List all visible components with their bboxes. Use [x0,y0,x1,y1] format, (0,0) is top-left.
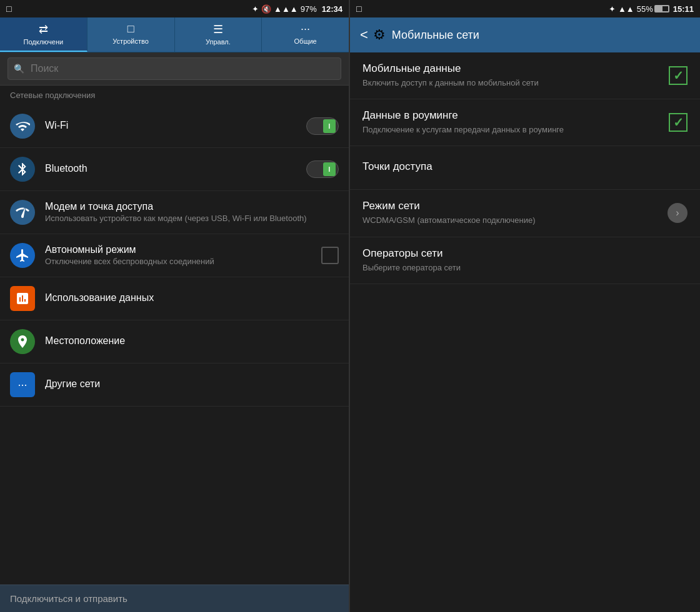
mobile-data-subtitle: Включить доступ к данным по мобильной се… [362,77,669,89]
settings-list: Wi-Fi I Bluetooth I [0,105,349,585]
tab-manage-label: Управл. [206,38,231,46]
bluetooth-text: Bluetooth [45,163,306,175]
airplane-subtitle: Отключение всех беспроводных соединений [45,257,316,267]
network-mode-arrow: › [668,203,688,223]
airplane-checkbox[interactable] [321,247,339,264]
network-mode-subtitle: WCDMA/GSM (автоматическое подключение) [362,215,668,226]
connections-icon: ⇄ [39,22,48,36]
location-text: Местоположение [45,335,339,348]
roaming-title: Данные в роуминге [362,109,669,122]
other-networks-title: Другие сети [45,378,339,390]
left-device-icon: □ [6,4,11,14]
modem-text: Модем и точка доступа Использовать устро… [45,201,339,224]
data-usage-item[interactable]: Использование данных [0,277,349,320]
access-points-item[interactable]: Точки доступа [350,146,700,190]
left-tab-bar: ⇄ Подключени □ Устройство ☰ Управл. ··· … [0,17,349,52]
left-panel: □ ✦ 🔇 ▲▲▲ 97% 12:34 ⇄ Подключени □ Устро… [0,0,350,612]
bluetooth-icon [10,157,35,182]
right-panel: □ ✦ ▲▲ 55% 15:11 < ⚙ Мобильные сети Моби… [350,0,700,612]
bluetooth-title: Bluetooth [45,163,306,174]
tab-device[interactable]: □ Устройство [88,17,175,52]
roaming-subtitle: Подключение к услугам передачи данных в … [362,124,669,136]
network-mode-text: Режим сети WCDMA/GSM (автоматическое под… [362,200,668,226]
location-item[interactable]: Местоположение [0,320,349,363]
airplane-text: Автономный режим Отключение всех беспров… [45,244,316,267]
wifi-item[interactable]: Wi-Fi I [0,105,349,148]
left-signal-icon: ▲▲▲ [274,4,298,14]
search-bar [0,52,349,86]
right-device-icon: □ [356,4,361,14]
network-mode-title: Режим сети [362,200,668,212]
other-icon: ··· [10,372,35,397]
settings-gear-icon: ⚙ [373,27,386,43]
roaming-checkmark [669,113,688,132]
left-mute-icon: 🔇 [261,4,271,14]
mobile-data-checkmark [669,66,688,85]
tab-device-label: Устройство [112,37,149,45]
location-icon [10,329,35,354]
other-networks-text: Другие сети [45,378,339,391]
general-icon: ··· [301,22,310,36]
wifi-icon [10,114,35,139]
right-battery-level: 55% [637,4,653,14]
tab-connections[interactable]: ⇄ Подключени [0,17,88,52]
other-networks-item[interactable]: ··· Другие сети [0,363,349,407]
access-points-title: Точки доступа [362,160,688,173]
airplane-title: Автономный режим [45,244,316,255]
right-settings-list: Мобильные данные Включить доступ к данны… [350,52,700,612]
data-usage-title: Использование данных [45,292,339,304]
bottom-bar-text: Подключиться и отправить [10,593,128,604]
data-usage-text: Использование данных [45,292,339,305]
wifi-title: Wi-Fi [45,120,306,131]
left-battery-level: 97% [301,4,317,14]
search-input[interactable] [8,57,341,80]
tab-general[interactable]: ··· Общие [262,17,349,52]
mobile-data-title: Мобильные данные [362,62,669,75]
bottom-bar[interactable]: Подключиться и отправить [0,585,349,612]
operators-item[interactable]: Операторы сети Выберите оператора сети [350,237,700,284]
left-time: 12:34 [322,4,342,14]
mobile-data-item[interactable]: Мобильные данные Включить доступ к данны… [350,52,700,99]
roaming-item[interactable]: Данные в роуминге Подключение к услугам … [350,99,700,146]
data-usage-icon [10,286,35,311]
airplane-item[interactable]: Автономный режим Отключение всех беспров… [0,234,349,277]
modem-subtitle: Использовать устройство как модем (через… [45,214,339,224]
right-signal-icon: ▲▲ [618,4,634,14]
left-status-bar: □ ✦ 🔇 ▲▲▲ 97% 12:34 [0,0,349,17]
modem-title: Модем и точка доступа [45,201,339,212]
right-time: 15:11 [673,4,694,14]
tab-general-label: Общие [294,37,317,45]
right-header-title: Мобильные сети [392,29,479,42]
roaming-text: Данные в роуминге Подключение к услугам … [362,109,669,136]
access-points-text: Точки доступа [362,160,688,175]
bluetooth-toggle[interactable]: I [306,160,339,178]
tab-connections-label: Подключени [24,38,64,46]
network-mode-item[interactable]: Режим сети WCDMA/GSM (автоматическое под… [350,190,700,237]
location-title: Местоположение [45,335,339,347]
right-status-bar: □ ✦ ▲▲ 55% 15:11 [350,0,700,17]
left-bluetooth-icon: ✦ [252,4,259,14]
back-button[interactable]: < [360,27,368,43]
operators-title: Операторы сети [362,247,688,260]
network-section-header: Сетевые подключения [0,86,349,105]
airplane-icon [10,243,35,268]
operators-subtitle: Выберите оператора сети [362,262,688,274]
wifi-text: Wi-Fi [45,120,306,132]
right-bluetooth-icon: ✦ [609,4,616,14]
manage-icon: ☰ [213,22,223,36]
mobile-data-text: Мобильные данные Включить доступ к данны… [362,62,669,89]
search-wrapper [8,57,341,80]
bluetooth-item[interactable]: Bluetooth I [0,148,349,191]
modem-item[interactable]: Модем и точка доступа Использовать устро… [0,191,349,234]
right-battery-icon [654,5,669,12]
right-header: < ⚙ Мобильные сети [350,17,700,52]
operators-text: Операторы сети Выберите оператора сети [362,247,688,274]
tab-manage[interactable]: ☰ Управл. [175,17,262,52]
device-icon: □ [128,22,134,36]
modem-icon [10,200,35,225]
wifi-toggle[interactable]: I [306,117,339,135]
